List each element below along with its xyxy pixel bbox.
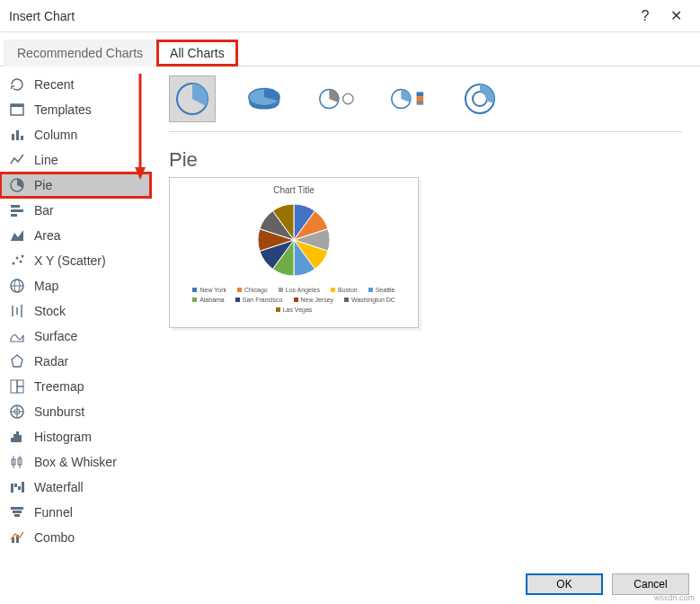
svg-point-11 xyxy=(16,257,19,260)
help-button[interactable]: ? xyxy=(630,0,660,32)
sidebar-item-column[interactable]: Column xyxy=(0,122,151,147)
svg-rect-30 xyxy=(16,431,19,442)
sidebar-item-combo[interactable]: Combo xyxy=(0,525,151,550)
sidebar-item-label: Templates xyxy=(34,102,92,117)
sidebar-item-area[interactable]: Area xyxy=(0,223,151,248)
sidebar-item-recent[interactable]: Recent xyxy=(0,72,151,97)
sidebar-item-label: Area xyxy=(34,228,61,243)
subtype-pie-of-pie[interactable] xyxy=(313,76,359,122)
svg-rect-42 xyxy=(14,514,20,517)
sidebar-item-label: Funnel xyxy=(34,505,73,520)
sidebar-item-label: Surface xyxy=(34,329,77,343)
svg-rect-54 xyxy=(417,101,424,105)
svg-point-12 xyxy=(20,261,22,263)
chart-legend: New YorkChicagoLos AngelesBostonSeattleA… xyxy=(177,287,411,313)
histogram-icon xyxy=(7,427,27,447)
chart-type-sidebar: Recent Templates Column Line Pie Bar Are… xyxy=(0,67,151,564)
svg-rect-41 xyxy=(13,511,22,513)
box-whisker-icon xyxy=(7,452,27,472)
sidebar-item-funnel[interactable]: Funnel xyxy=(0,500,151,525)
svg-rect-3 xyxy=(16,130,19,140)
sidebar-item-label: Column xyxy=(34,128,77,142)
sidebar-item-label: Histogram xyxy=(34,430,92,444)
sidebar-item-label: Bar xyxy=(34,203,54,218)
preview-title: Chart Title xyxy=(177,185,411,195)
svg-point-10 xyxy=(13,262,15,265)
sidebar-item-waterfall[interactable]: Waterfall xyxy=(0,475,151,500)
svg-rect-7 xyxy=(11,209,23,212)
map-icon xyxy=(7,276,27,296)
sidebar-item-label: Pie xyxy=(34,178,52,192)
svg-point-50 xyxy=(343,93,353,103)
svg-rect-39 xyxy=(22,482,24,493)
sidebar-item-templates[interactable]: Templates xyxy=(0,97,151,122)
sidebar-item-histogram[interactable]: Histogram xyxy=(0,424,151,449)
sidebar-item-stock[interactable]: Stock xyxy=(0,298,151,324)
svg-rect-1 xyxy=(11,104,23,107)
dialog-footer: OK Cancel xyxy=(526,573,689,595)
sidebar-item-sunburst[interactable]: Sunburst xyxy=(0,399,151,424)
sidebar-item-line[interactable]: Line xyxy=(0,147,151,173)
sidebar-item-label: Map xyxy=(34,279,58,293)
svg-rect-2 xyxy=(12,134,14,140)
area-icon xyxy=(7,226,27,245)
subtype-pie[interactable] xyxy=(169,76,216,122)
sidebar-item-label: Radar xyxy=(34,354,68,369)
line-icon xyxy=(7,150,27,170)
sidebar-item-map[interactable]: Map xyxy=(0,273,151,298)
svg-marker-20 xyxy=(12,355,22,367)
subtype-3d-pie[interactable] xyxy=(241,76,288,122)
svg-rect-22 xyxy=(17,380,23,386)
chart-preview[interactable]: Chart Title New YorkChicagoLos AngelesBo… xyxy=(169,177,419,328)
surface-icon xyxy=(7,326,27,346)
svg-point-13 xyxy=(22,255,24,258)
svg-rect-8 xyxy=(11,214,17,217)
sidebar-item-label: Waterfall xyxy=(34,480,84,494)
ok-button[interactable]: OK xyxy=(526,573,603,595)
divider xyxy=(169,131,682,132)
chart-subtitle: Pie xyxy=(169,148,682,172)
sidebar-item-label: Combo xyxy=(34,530,75,545)
sidebar-item-label: Sunburst xyxy=(34,404,84,419)
svg-rect-31 xyxy=(19,435,22,442)
sidebar-item-label: Box & Whisker xyxy=(34,455,117,469)
svg-rect-6 xyxy=(11,205,20,208)
bar-icon xyxy=(7,200,27,220)
svg-rect-4 xyxy=(21,136,23,140)
svg-rect-29 xyxy=(13,434,16,442)
tab-all-charts[interactable]: All Charts xyxy=(156,40,238,67)
titlebar: Insert Chart ? ✕ xyxy=(0,0,700,32)
sidebar-item-pie[interactable]: Pie xyxy=(0,173,151,198)
stock-icon xyxy=(7,301,27,321)
waterfall-icon xyxy=(7,477,27,497)
main-panel: Pie Chart Title New YorkChicagoLos Angel… xyxy=(151,67,700,564)
subtype-bar-of-pie[interactable] xyxy=(385,76,431,122)
templates-icon xyxy=(7,100,27,120)
svg-rect-53 xyxy=(417,96,424,101)
watermark: wsxdn.com xyxy=(654,593,695,602)
sidebar-item-surface[interactable]: Surface xyxy=(0,324,151,349)
sidebar-item-box-whisker[interactable]: Box & Whisker xyxy=(0,449,151,475)
svg-rect-52 xyxy=(417,92,424,96)
treemap-icon xyxy=(7,377,27,396)
sidebar-item-label: Line xyxy=(34,153,58,167)
sidebar-item-scatter[interactable]: X Y (Scatter) xyxy=(0,248,151,273)
sidebar-item-treemap[interactable]: Treemap xyxy=(0,374,151,399)
sidebar-item-radar[interactable]: Radar xyxy=(0,349,151,374)
tab-recommended[interactable]: Recommended Charts xyxy=(4,40,156,67)
tab-bar: Recommended Charts All Charts xyxy=(0,36,700,67)
svg-rect-36 xyxy=(11,484,13,493)
svg-rect-38 xyxy=(18,486,21,490)
pie-icon xyxy=(7,175,27,195)
sidebar-item-label: Treemap xyxy=(34,379,84,394)
sidebar-item-bar[interactable]: Bar xyxy=(0,198,151,223)
svg-rect-37 xyxy=(14,484,17,487)
sidebar-item-label: X Y (Scatter) xyxy=(34,253,106,268)
subtype-doughnut[interactable] xyxy=(456,76,503,122)
subtype-row xyxy=(169,76,682,122)
close-button[interactable]: ✕ xyxy=(660,0,691,32)
combo-icon xyxy=(7,528,27,547)
sidebar-item-label: Stock xyxy=(34,304,66,318)
cancel-button[interactable]: Cancel xyxy=(612,573,689,595)
sidebar-item-label: Recent xyxy=(34,77,74,92)
